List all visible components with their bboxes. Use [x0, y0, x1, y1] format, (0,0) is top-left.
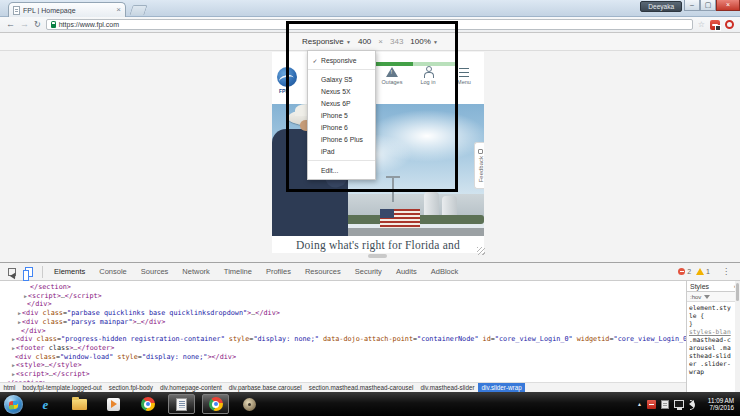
expand-arrow-icon[interactable]: ▶: [18, 309, 21, 318]
tray-adblock-icon[interactable]: [647, 400, 656, 409]
devtools-tab-profiles[interactable]: Profiles: [259, 263, 298, 280]
warning-count[interactable]: 1: [706, 268, 710, 275]
devtools-tab-audits[interactable]: Audits: [389, 263, 424, 280]
back-icon[interactable]: ←: [6, 20, 15, 29]
taskbar-button-media-player-icon[interactable]: [100, 394, 127, 414]
tab-styles[interactable]: Styles: [690, 283, 709, 290]
menu-item-iphone-6-plus[interactable]: iPhone 6 Plus: [308, 133, 375, 145]
devtools-tab-timeline[interactable]: Timeline: [217, 263, 259, 280]
profile-button[interactable]: Deeyaka: [640, 1, 682, 12]
error-icon[interactable]: [678, 268, 685, 275]
taskbar-button-ie-icon[interactable]: e: [32, 394, 59, 414]
dom-node-line[interactable]: ▶<div class="progress-hidden registratio…: [0, 335, 686, 344]
dom-node-line[interactable]: ▶<footer class>…</footer>: [0, 344, 686, 353]
warning-icon[interactable]: [696, 268, 704, 275]
tab-close-icon[interactable]: ×: [116, 6, 121, 14]
tray-document-icon[interactable]: [661, 400, 669, 409]
adblock-extension-icon[interactable]: [710, 20, 720, 30]
expand-arrow-icon[interactable]: ▶: [18, 318, 21, 327]
devtools-tab-network[interactable]: Network: [175, 263, 217, 280]
menu-item-nexus-6p[interactable]: Nexus 6P: [308, 97, 375, 109]
viewport-resize-handle[interactable]: [368, 254, 387, 258]
expand-arrow-icon[interactable]: ▶: [12, 344, 15, 353]
dom-node-line[interactable]: ▶<div class="parsys mainpar">…</div>: [0, 318, 686, 327]
inspect-element-icon[interactable]: [8, 268, 16, 276]
dom-node-line[interactable]: ▶<script>…</script>: [0, 292, 686, 301]
nav-item-outages[interactable]: Outages: [374, 65, 410, 85]
expand-arrow-icon[interactable]: ▶: [24, 292, 27, 301]
breadcrumb-html[interactable]: html: [0, 383, 19, 392]
minimize-button[interactable]: –: [684, 0, 700, 11]
reload-icon[interactable]: ↻: [34, 20, 41, 29]
menu-item-iphone-6[interactable]: iPhone 6: [308, 121, 375, 133]
viewport-corner-resize-handle[interactable]: [477, 247, 485, 255]
dom-node-line[interactable]: ▶<div class="parbase quicklinks base qui…: [0, 309, 686, 318]
bookmark-star-icon[interactable]: ☆: [698, 21, 705, 29]
css-selector[interactable]: .masthead-carousel .masthead-slider .sli…: [689, 336, 731, 376]
nav-item-log-in[interactable]: Log in: [410, 65, 446, 85]
taskbar-button-explorer-folder-icon[interactable]: [66, 394, 93, 414]
extension-o-icon[interactable]: [725, 20, 734, 29]
tray-volume-icon[interactable]: [689, 400, 694, 408]
tray-expand-icon[interactable]: ▲: [637, 401, 642, 407]
taskbar-button-paint-icon[interactable]: [236, 394, 263, 414]
error-count[interactable]: 2: [687, 268, 691, 275]
address-bar[interactable]: https://www.fpl.com: [46, 19, 693, 30]
devtools-tab-elements[interactable]: Elements: [47, 263, 92, 280]
taskbar-button-chrome-icon[interactable]: [134, 394, 161, 414]
breadcrumb-section.masthead.masthead-carousel[interactable]: section.masthead.masthead-carousel: [305, 383, 417, 392]
url-text[interactable]: https://www.fpl.com: [59, 21, 688, 28]
breadcrumb-div.homepage-content[interactable]: div.homepage-content: [156, 383, 225, 392]
devtools-tab-resources[interactable]: Resources: [298, 263, 348, 280]
viewport-width-input[interactable]: 400: [358, 37, 371, 46]
zoom-select[interactable]: 100% ▼: [410, 37, 438, 46]
dom-node-line[interactable]: </div>: [0, 327, 686, 336]
expand-arrow-icon[interactable]: ▶: [12, 361, 15, 370]
element-style-rule[interactable]: element.style {: [689, 304, 731, 320]
forward-icon[interactable]: →: [20, 20, 29, 29]
menu-item-edit[interactable]: Edit...: [308, 164, 375, 176]
menu-item-iphone-5[interactable]: iPhone 5: [308, 109, 375, 121]
dom-node-line[interactable]: ▶<script>…</script>: [0, 370, 686, 379]
menu-item-responsive[interactable]: ✓ Responsive: [308, 54, 375, 66]
viewport-height-input[interactable]: 343: [390, 37, 403, 46]
expand-arrow-icon[interactable]: ▶: [12, 335, 15, 344]
dom-node-line[interactable]: ▶<style>…</style>: [0, 361, 686, 370]
menu-item-galaxy-s5[interactable]: Galaxy S5: [308, 73, 375, 85]
devtools-tab-sources[interactable]: Sources: [134, 263, 176, 280]
taskbar-button-chrome-icon[interactable]: [202, 394, 229, 414]
close-button[interactable]: ×: [716, 0, 740, 11]
tray-network-icon[interactable]: [674, 400, 684, 408]
breadcrumb-div.slider-wrap[interactable]: div.slider-wrap: [478, 383, 525, 392]
device-toolbar-toggle-icon[interactable]: [25, 267, 33, 277]
new-tab-button[interactable]: [129, 5, 147, 15]
breadcrumb-div.parbase.base.carousel[interactable]: div.parbase.base.carousel: [225, 383, 305, 392]
devtools-tab-adblock[interactable]: AdBlock: [424, 263, 466, 280]
breadcrumb-div.masthead-slider[interactable]: div.masthead-slider: [417, 383, 478, 392]
filter-funnel-icon[interactable]: [704, 295, 710, 299]
browser-tab[interactable]: FPL | Homepage ×: [8, 2, 126, 17]
pseudo-state-toggle[interactable]: :hov: [690, 294, 701, 300]
dom-node-line[interactable]: </section>: [0, 283, 686, 292]
dom-node-line[interactable]: <div class="window-load" style="display:…: [0, 353, 686, 362]
taskbar-clock[interactable]: 11:09 AM 7/9/2016: [702, 397, 736, 412]
taskbar-button-wordpad-icon[interactable]: [168, 394, 195, 414]
start-button-icon[interactable]: [4, 395, 23, 414]
dom-node-line[interactable]: </div>: [0, 300, 686, 309]
breadcrumb-section.fpl-body[interactable]: section.fpl-body: [105, 383, 156, 392]
breadcrumb-body.fpl-template.logged-out[interactable]: body.fpl-template.logged-out: [19, 383, 105, 392]
devtools-tab-console[interactable]: Console: [92, 263, 134, 280]
device-type-select[interactable]: Responsive ▼: [302, 37, 351, 46]
maximize-button[interactable]: ▢: [700, 0, 716, 11]
stylesheet-link[interactable]: styles-blan: [689, 328, 731, 336]
scrollbar-thumb[interactable]: [736, 283, 739, 301]
feedback-tab[interactable]: Feedback: [474, 142, 484, 189]
expand-arrow-icon[interactable]: ▶: [12, 370, 15, 379]
devtools-tab-security[interactable]: Security: [348, 263, 389, 280]
menu-item-ipad[interactable]: iPad: [308, 145, 375, 157]
styles-scrollbar[interactable]: [735, 281, 740, 392]
menu-item-nexus-5x[interactable]: Nexus 5X: [308, 85, 375, 97]
devtools-menu-icon[interactable]: ⋮: [722, 268, 730, 276]
fpl-logo[interactable]: [277, 67, 297, 87]
nav-item-menu[interactable]: Menu: [446, 65, 482, 85]
